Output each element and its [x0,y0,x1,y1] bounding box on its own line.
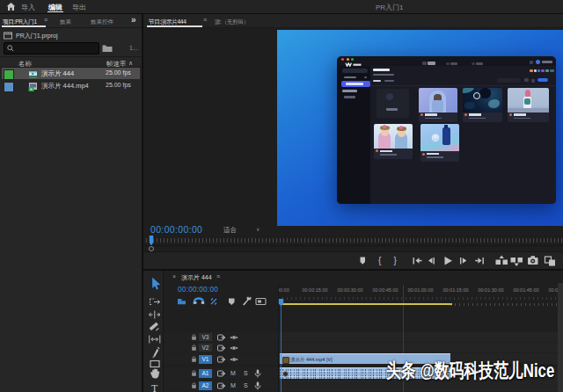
svg-text:T: T [151,382,158,392]
svg-text:}: } [394,256,398,265]
svg-text:{: { [378,256,382,265]
